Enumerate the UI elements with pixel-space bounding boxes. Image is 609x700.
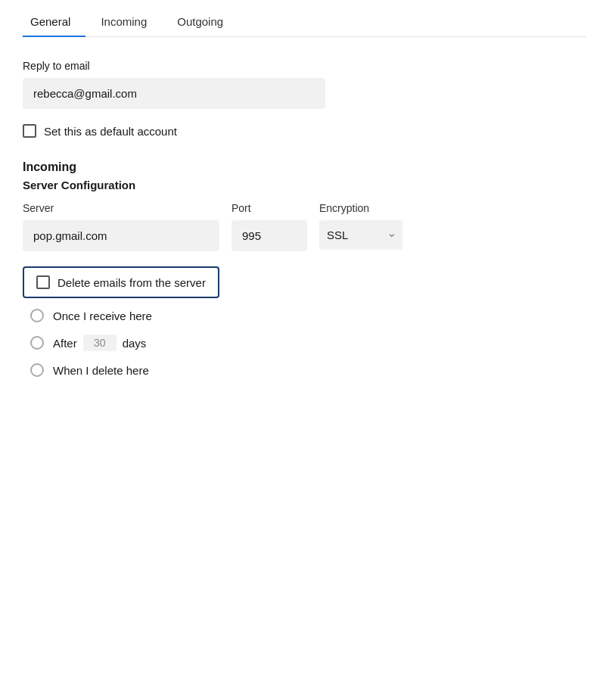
default-account-row: Set this as default account: [23, 124, 586, 138]
tab-bar: General Incoming Outgoing: [23, 0, 586, 37]
default-account-checkbox[interactable]: [23, 124, 36, 138]
incoming-heading: Incoming: [23, 160, 586, 174]
encryption-select[interactable]: SSL TLS STARTTLS None: [319, 220, 402, 250]
days-input[interactable]: [83, 334, 117, 351]
settings-page: General Incoming Outgoing Reply to email…: [0, 0, 609, 377]
delete-emails-box: Delete emails from the server: [23, 266, 219, 298]
server-config-grid: Server Port Encryption SSL TLS STARTTLS …: [23, 202, 586, 251]
port-col-label: Port: [231, 202, 307, 214]
radio-row-when-delete: When I delete here: [30, 363, 586, 377]
server-input[interactable]: [23, 220, 219, 251]
delete-emails-label: Delete emails from the server: [57, 276, 206, 289]
server-col-label: Server: [23, 202, 219, 214]
delete-options-list: Once I receive here After days When I de…: [23, 309, 586, 377]
after-days-prefix: After: [53, 337, 77, 350]
encryption-select-wrapper: SSL TLS STARTTLS None: [319, 220, 402, 250]
port-input[interactable]: [231, 220, 307, 251]
radio-after-days-label: After days: [53, 334, 146, 351]
after-days-suffix: days: [123, 337, 147, 350]
reply-to-email-label: Reply to email: [23, 60, 586, 72]
tab-incoming[interactable]: Incoming: [93, 8, 162, 37]
encryption-col-label: Encryption: [319, 202, 402, 214]
default-account-label: Set this as default account: [44, 125, 177, 138]
radio-row-after-days: After days: [30, 334, 586, 351]
radio-when-delete[interactable]: [30, 363, 44, 377]
port-col: Port: [231, 202, 307, 251]
tab-outgoing[interactable]: Outgoing: [169, 8, 238, 37]
reply-to-email-input[interactable]: [23, 78, 325, 109]
server-col: Server: [23, 202, 219, 251]
server-config-heading: Server Configuration: [23, 179, 586, 191]
tab-general[interactable]: General: [23, 8, 85, 37]
delete-emails-checkbox[interactable]: [36, 275, 50, 289]
radio-once-receive[interactable]: [30, 309, 44, 322]
radio-after-days[interactable]: [30, 336, 44, 350]
radio-once-receive-label: Once I receive here: [53, 310, 152, 322]
reply-to-email-section: Reply to email: [23, 60, 586, 109]
encryption-col: Encryption SSL TLS STARTTLS None: [319, 202, 402, 250]
radio-when-delete-label: When I delete here: [53, 364, 149, 377]
radio-row-once-receive: Once I receive here: [30, 309, 586, 322]
